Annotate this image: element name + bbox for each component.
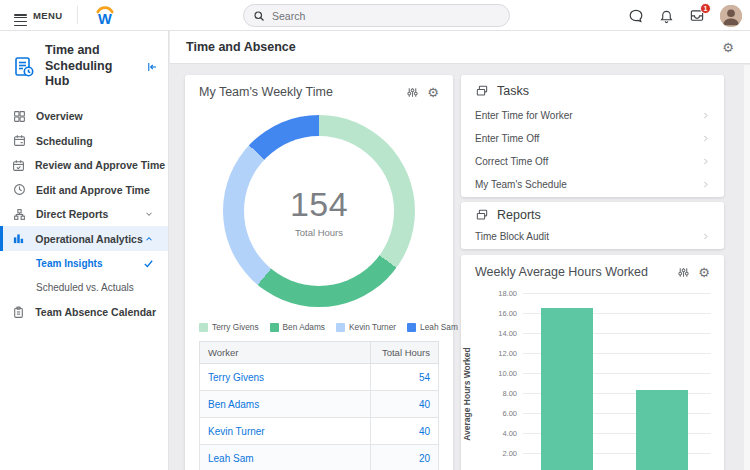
sidebar-header: Time and Scheduling Hub — [0, 31, 168, 100]
legend-swatch — [270, 323, 279, 332]
list-item-label: Correct Time Off — [475, 156, 701, 167]
svg-text:W: W — [98, 11, 112, 27]
sidebar-item-edit-and-approve-time[interactable]: Edit and Approve Time — [0, 177, 168, 202]
legend-item-leah-sam[interactable]: Leah Sam — [407, 322, 458, 332]
legend-swatch — [407, 323, 416, 332]
table-row-terry-givens: Terry Givens54 — [200, 364, 439, 391]
table-header-row: Worker Total Hours — [200, 342, 439, 364]
list-item-label: Enter Time for Worker — [475, 110, 701, 121]
sliders-icon[interactable] — [406, 86, 419, 99]
total-hours-link[interactable]: 20 — [419, 453, 430, 464]
total-hours-cell: 40 — [371, 418, 439, 445]
gear-icon[interactable]: ⚙ — [722, 41, 734, 54]
donut-center: 154 Total Hours — [244, 136, 394, 286]
card-tasks: Tasks Enter Time for WorkerEnter Time Of… — [461, 75, 724, 197]
clock-icon — [12, 183, 26, 196]
list-item-enter-time-for-worker[interactable]: Enter Time for Worker — [461, 104, 724, 127]
sidebar-title: Time and Scheduling Hub — [45, 43, 137, 90]
card-title: My Team's Weekly Time — [199, 85, 406, 99]
card-weekly-average-hours: Weekly Average Hours Worked ⚙ Average Ho… — [461, 255, 724, 470]
card-header: Reports — [461, 202, 724, 222]
search-input[interactable] — [272, 10, 500, 22]
gear-icon[interactable]: ⚙ — [698, 266, 710, 279]
chevron-down-icon — [142, 209, 156, 219]
sliders-icon[interactable] — [677, 266, 690, 279]
list-item-time-block-audit[interactable]: Time Block Audit — [461, 225, 724, 248]
sidebar-subitem-scheduled-vs-actuals[interactable]: Scheduled vs. Actuals — [0, 275, 168, 300]
inbox-icon[interactable]: 1 — [689, 8, 705, 23]
chevron-right-icon — [701, 232, 710, 241]
sidebar-item-label: Direct Reports — [36, 208, 108, 220]
legend-item-terry-givens[interactable]: Terry Givens — [199, 322, 259, 332]
absence-calendar-icon — [12, 306, 25, 319]
card-header: Tasks — [461, 75, 724, 98]
y-axis-tick: 8.00 — [475, 389, 517, 398]
total-hours-cell: 40 — [371, 391, 439, 418]
reports-title: Reports — [497, 208, 541, 222]
total-hours-link[interactable]: 40 — [419, 399, 430, 410]
scrollbar-track[interactable] — [744, 65, 750, 470]
chevron-right-icon — [701, 111, 710, 120]
gear-icon[interactable]: ⚙ — [427, 86, 439, 99]
legend-label: Kevin Turner — [349, 322, 396, 332]
legend-swatch — [336, 323, 345, 332]
donut-chart[interactable]: 154 Total Hours — [223, 115, 415, 307]
worker-link[interactable]: Terry Givens — [208, 372, 264, 383]
sidebar-item-label: Review and Approve Time — [35, 159, 165, 171]
y-axis-tick: 2.00 — [475, 449, 517, 458]
tasks-title: Tasks — [497, 84, 529, 98]
card-header: My Team's Weekly Time ⚙ — [185, 75, 453, 99]
y-axis-tick: 18.00 — [475, 289, 517, 298]
chat-icon[interactable] — [628, 8, 644, 24]
app-window: MENU W 1 — [0, 0, 750, 470]
sidebar-item-review-and-approve-time[interactable]: Review and Approve Time — [0, 153, 168, 178]
y-axis-tick: 10.00 — [475, 369, 517, 378]
list-item-label: Time Block Audit — [475, 231, 701, 242]
avatar[interactable] — [720, 5, 742, 27]
workday-logo[interactable]: W — [92, 2, 118, 28]
org-chart-icon — [12, 208, 26, 221]
total-hours-link[interactable]: 54 — [419, 372, 430, 383]
legend-item-ben-adams[interactable]: Ben Adams — [270, 322, 325, 332]
bar-1[interactable] — [541, 308, 593, 470]
list-item-my-team-s-schedule[interactable]: My Team's Schedule — [461, 173, 724, 196]
table-row-leah-sam: Leah Sam20 — [200, 445, 439, 470]
worker-cell: Ben Adams — [200, 391, 371, 418]
chevron-right-icon — [701, 157, 710, 166]
legend-item-kevin-turner[interactable]: Kevin Turner — [336, 322, 396, 332]
menu-button[interactable]: MENU — [0, 0, 77, 30]
sidebar-subitem-team-insights[interactable]: Team Insights — [0, 251, 168, 276]
worker-link[interactable]: Ben Adams — [208, 399, 259, 410]
document-clock-icon — [12, 44, 36, 90]
card-actions: ⚙ — [406, 86, 439, 99]
sidebar-item-label: Edit and Approve Time — [36, 184, 150, 196]
worker-link[interactable]: Kevin Turner — [208, 426, 265, 437]
table-row-kevin-turner: Kevin Turner40 — [200, 418, 439, 445]
list-item-enter-time-off[interactable]: Enter Time Off — [461, 127, 724, 150]
card-my-teams-weekly-time: My Team's Weekly Time ⚙ 154 Total Hours … — [185, 75, 453, 470]
y-axis-tick: 6.00 — [475, 409, 517, 418]
bar-2[interactable] — [636, 390, 688, 470]
inbox-badge: 1 — [700, 3, 711, 14]
table-row-ben-adams: Ben Adams40 — [200, 391, 439, 418]
total-hours-link[interactable]: 40 — [419, 426, 430, 437]
y-axis-label: Average Hours Worked — [460, 319, 474, 469]
list-item-label: My Team's Schedule — [475, 179, 701, 190]
sidebar-item-direct-reports[interactable]: Direct Reports — [0, 202, 168, 227]
sidebar-item-team-absence-calendar[interactable]: Team Absence Calendar — [0, 300, 168, 325]
total-hours-cell: 20 — [371, 445, 439, 470]
sidebar-nav: OverviewSchedulingReview and Approve Tim… — [0, 104, 168, 325]
collapse-left-icon[interactable] — [146, 44, 158, 90]
sidebar-item-scheduling[interactable]: Scheduling — [0, 128, 168, 153]
bar-chart-icon — [12, 232, 25, 245]
sidebar-item-operational-analytics[interactable]: Operational Analytics — [0, 226, 168, 251]
topbar-actions: 1 — [628, 0, 742, 31]
list-item-correct-time-off[interactable]: Correct Time Off — [461, 150, 724, 173]
page-title: Time and Absence — [186, 40, 296, 54]
menu-label: MENU — [33, 10, 63, 21]
total-hours-label: Total Hours — [295, 227, 343, 238]
worker-link[interactable]: Leah Sam — [208, 453, 254, 464]
legend-label: Leah Sam — [420, 322, 458, 332]
sidebar-item-overview[interactable]: Overview — [0, 104, 168, 129]
bell-icon[interactable] — [659, 8, 674, 24]
